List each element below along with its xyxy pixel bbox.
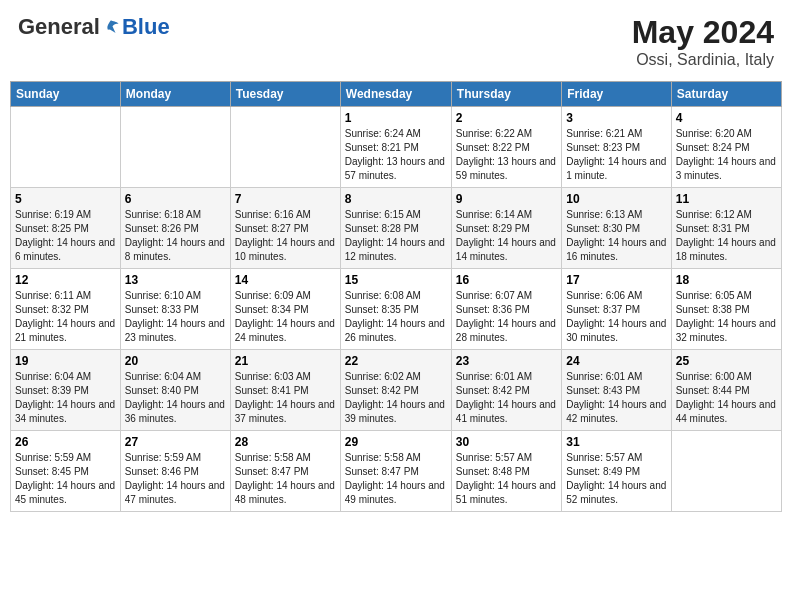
calendar-day-cell: 23 Sunrise: 6:01 AM Sunset: 8:42 PM Dayl… [451,350,561,431]
sunrise-text: Sunrise: 6:22 AM [456,128,532,139]
calendar-day-cell: 5 Sunrise: 6:19 AM Sunset: 8:25 PM Dayli… [11,188,121,269]
calendar-day-cell: 11 Sunrise: 6:12 AM Sunset: 8:31 PM Dayl… [671,188,781,269]
daylight-text: Daylight: 14 hours and 47 minutes. [125,480,225,505]
calendar-day-cell: 4 Sunrise: 6:20 AM Sunset: 8:24 PM Dayli… [671,107,781,188]
calendar-day-cell [671,431,781,512]
sunset-text: Sunset: 8:38 PM [676,304,750,315]
day-number: 31 [566,435,666,449]
sunset-text: Sunset: 8:37 PM [566,304,640,315]
day-info: Sunrise: 5:59 AM Sunset: 8:45 PM Dayligh… [15,451,116,507]
day-info: Sunrise: 6:04 AM Sunset: 8:40 PM Dayligh… [125,370,226,426]
sunrise-text: Sunrise: 5:58 AM [235,452,311,463]
calendar-day-cell: 31 Sunrise: 5:57 AM Sunset: 8:49 PM Dayl… [562,431,671,512]
sunset-text: Sunset: 8:34 PM [235,304,309,315]
day-info: Sunrise: 6:01 AM Sunset: 8:42 PM Dayligh… [456,370,557,426]
calendar-day-cell: 30 Sunrise: 5:57 AM Sunset: 8:48 PM Dayl… [451,431,561,512]
calendar-week-row: 19 Sunrise: 6:04 AM Sunset: 8:39 PM Dayl… [11,350,782,431]
sunrise-text: Sunrise: 6:18 AM [125,209,201,220]
calendar-day-cell [120,107,230,188]
day-number: 25 [676,354,777,368]
daylight-text: Daylight: 14 hours and 10 minutes. [235,237,335,262]
daylight-text: Daylight: 14 hours and 26 minutes. [345,318,445,343]
weekday-header: Monday [120,82,230,107]
daylight-text: Daylight: 14 hours and 24 minutes. [235,318,335,343]
sunset-text: Sunset: 8:48 PM [456,466,530,477]
calendar-day-cell: 9 Sunrise: 6:14 AM Sunset: 8:29 PM Dayli… [451,188,561,269]
calendar-day-cell: 14 Sunrise: 6:09 AM Sunset: 8:34 PM Dayl… [230,269,340,350]
day-info: Sunrise: 6:03 AM Sunset: 8:41 PM Dayligh… [235,370,336,426]
sunrise-text: Sunrise: 6:00 AM [676,371,752,382]
calendar-day-cell: 21 Sunrise: 6:03 AM Sunset: 8:41 PM Dayl… [230,350,340,431]
calendar-day-cell: 10 Sunrise: 6:13 AM Sunset: 8:30 PM Dayl… [562,188,671,269]
sunrise-text: Sunrise: 6:04 AM [125,371,201,382]
sunset-text: Sunset: 8:35 PM [345,304,419,315]
sunrise-text: Sunrise: 6:05 AM [676,290,752,301]
weekday-header: Thursday [451,82,561,107]
sunset-text: Sunset: 8:39 PM [15,385,89,396]
weekday-header: Sunday [11,82,121,107]
day-number: 3 [566,111,666,125]
weekday-header: Tuesday [230,82,340,107]
daylight-text: Daylight: 14 hours and 37 minutes. [235,399,335,424]
sunrise-text: Sunrise: 6:15 AM [345,209,421,220]
day-number: 24 [566,354,666,368]
day-info: Sunrise: 6:12 AM Sunset: 8:31 PM Dayligh… [676,208,777,264]
daylight-text: Daylight: 14 hours and 42 minutes. [566,399,666,424]
sunrise-text: Sunrise: 6:11 AM [15,290,91,301]
sunrise-text: Sunrise: 6:01 AM [566,371,642,382]
day-info: Sunrise: 6:20 AM Sunset: 8:24 PM Dayligh… [676,127,777,183]
calendar-day-cell: 24 Sunrise: 6:01 AM Sunset: 8:43 PM Dayl… [562,350,671,431]
sunset-text: Sunset: 8:32 PM [15,304,89,315]
calendar-day-cell: 28 Sunrise: 5:58 AM Sunset: 8:47 PM Dayl… [230,431,340,512]
daylight-text: Daylight: 14 hours and 34 minutes. [15,399,115,424]
calendar-day-cell: 12 Sunrise: 6:11 AM Sunset: 8:32 PM Dayl… [11,269,121,350]
sunrise-text: Sunrise: 6:03 AM [235,371,311,382]
daylight-text: Daylight: 14 hours and 16 minutes. [566,237,666,262]
sunrise-text: Sunrise: 6:01 AM [456,371,532,382]
daylight-text: Daylight: 14 hours and 6 minutes. [15,237,115,262]
day-number: 22 [345,354,447,368]
sunset-text: Sunset: 8:28 PM [345,223,419,234]
day-info: Sunrise: 5:59 AM Sunset: 8:46 PM Dayligh… [125,451,226,507]
sunset-text: Sunset: 8:22 PM [456,142,530,153]
daylight-text: Daylight: 14 hours and 39 minutes. [345,399,445,424]
daylight-text: Daylight: 14 hours and 44 minutes. [676,399,776,424]
sunrise-text: Sunrise: 6:04 AM [15,371,91,382]
calendar-day-cell: 26 Sunrise: 5:59 AM Sunset: 8:45 PM Dayl… [11,431,121,512]
calendar-week-row: 12 Sunrise: 6:11 AM Sunset: 8:32 PM Dayl… [11,269,782,350]
day-number: 29 [345,435,447,449]
day-number: 23 [456,354,557,368]
calendar-day-cell: 17 Sunrise: 6:06 AM Sunset: 8:37 PM Dayl… [562,269,671,350]
month-title: May 2024 Ossi, Sardinia, Italy [632,14,774,69]
daylight-text: Daylight: 14 hours and 12 minutes. [345,237,445,262]
sunset-text: Sunset: 8:42 PM [456,385,530,396]
sunset-text: Sunset: 8:46 PM [125,466,199,477]
sunrise-text: Sunrise: 6:16 AM [235,209,311,220]
day-info: Sunrise: 6:16 AM Sunset: 8:27 PM Dayligh… [235,208,336,264]
sunset-text: Sunset: 8:42 PM [345,385,419,396]
day-number: 21 [235,354,336,368]
sunset-text: Sunset: 8:40 PM [125,385,199,396]
day-number: 5 [15,192,116,206]
sunrise-text: Sunrise: 6:06 AM [566,290,642,301]
location: Ossi, Sardinia, Italy [632,51,774,69]
daylight-text: Daylight: 14 hours and 36 minutes. [125,399,225,424]
sunset-text: Sunset: 8:23 PM [566,142,640,153]
daylight-text: Daylight: 14 hours and 48 minutes. [235,480,335,505]
sunrise-text: Sunrise: 6:21 AM [566,128,642,139]
day-number: 6 [125,192,226,206]
day-info: Sunrise: 6:05 AM Sunset: 8:38 PM Dayligh… [676,289,777,345]
page-header: General Blue May 2024 Ossi, Sardinia, It… [10,10,782,73]
weekday-header: Saturday [671,82,781,107]
calendar-day-cell: 8 Sunrise: 6:15 AM Sunset: 8:28 PM Dayli… [340,188,451,269]
daylight-text: Daylight: 14 hours and 45 minutes. [15,480,115,505]
logo-blue-text: Blue [122,14,170,40]
day-number: 16 [456,273,557,287]
day-info: Sunrise: 6:08 AM Sunset: 8:35 PM Dayligh… [345,289,447,345]
day-info: Sunrise: 6:14 AM Sunset: 8:29 PM Dayligh… [456,208,557,264]
calendar-table: SundayMondayTuesdayWednesdayThursdayFrid… [10,81,782,512]
calendar-day-cell: 16 Sunrise: 6:07 AM Sunset: 8:36 PM Dayl… [451,269,561,350]
calendar-day-cell: 20 Sunrise: 6:04 AM Sunset: 8:40 PM Dayl… [120,350,230,431]
day-info: Sunrise: 6:07 AM Sunset: 8:36 PM Dayligh… [456,289,557,345]
day-info: Sunrise: 6:00 AM Sunset: 8:44 PM Dayligh… [676,370,777,426]
